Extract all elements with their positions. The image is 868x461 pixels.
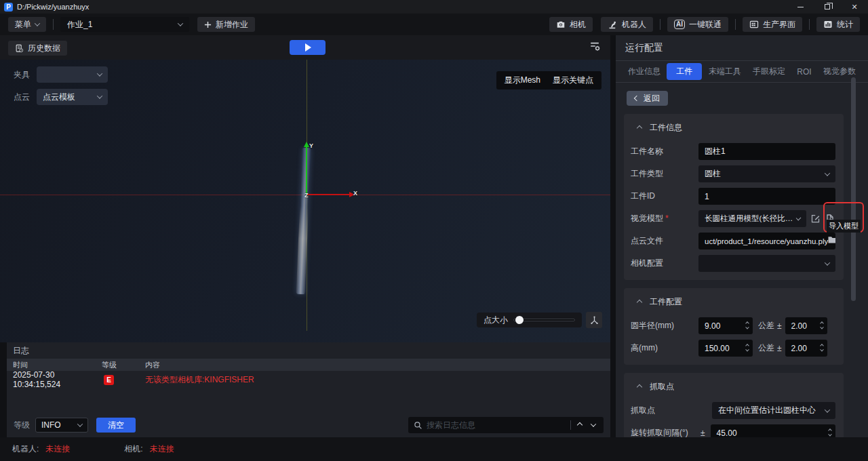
x-axis	[307, 194, 350, 195]
log-header-row: 时间 等级 内容	[7, 359, 610, 371]
workpiece-name-label: 工件名称	[631, 146, 698, 157]
menu-button[interactable]: 菜单	[8, 17, 46, 32]
log-message: 无该类型相机库:KINGFISHER	[145, 374, 610, 386]
tab-job-info[interactable]: 作业信息	[623, 64, 666, 79]
grasp-point-label: 抓取点	[631, 405, 712, 416]
spinner-arrows[interactable]	[746, 322, 749, 329]
edit-pencil-icon	[810, 214, 821, 224]
camera-label: 相机	[570, 19, 586, 31]
window-title: D:/Pickwiz/yuanzhuyx	[17, 3, 89, 11]
workpiece-id-label: 工件ID	[631, 191, 698, 202]
cylinder-pointcloud	[296, 148, 311, 294]
grasp-point-select[interactable]: 在中间位置估计出圆柱中心	[712, 402, 835, 419]
one-click-label: 一键联通	[689, 19, 722, 31]
menu-label: 菜单	[15, 19, 31, 31]
back-button[interactable]: 返回	[627, 91, 668, 106]
restore-button[interactable]	[814, 0, 841, 14]
height-input[interactable]: 150.00	[698, 340, 753, 357]
log-level-select[interactable]: INFO	[35, 418, 88, 433]
history-data-button[interactable]: 历史数据	[8, 41, 67, 56]
collapse-icon	[637, 125, 642, 130]
workpiece-config-header[interactable]: 工件配置	[631, 295, 835, 312]
axis-view-button[interactable]	[586, 312, 602, 328]
spinner-arrows[interactable]	[821, 322, 823, 329]
section-title: 工件配置	[650, 296, 682, 308]
collapse-icon	[637, 384, 642, 389]
log-search-input[interactable]	[427, 420, 566, 430]
chevron-down-icon	[825, 170, 830, 176]
search-next-button[interactable]	[589, 422, 598, 428]
chevron-down-icon	[178, 20, 183, 26]
radius-tolerance-input[interactable]: 2.00	[785, 317, 827, 334]
y-axis	[306, 146, 307, 195]
add-job-button[interactable]: 新增作业	[197, 17, 255, 32]
one-click-connect-button[interactable]: AI 一键联通	[667, 17, 728, 32]
workpiece-type-select[interactable]: 圆柱	[698, 165, 835, 182]
camera-config-select[interactable]	[698, 255, 835, 272]
display-settings-icon[interactable]	[589, 41, 601, 52]
workpiece-id-input[interactable]: 1	[698, 188, 835, 205]
tab-hand-eye-calibration[interactable]: 手眼标定	[747, 64, 791, 79]
stats-label: 统计	[837, 19, 853, 31]
camera-button[interactable]: 相机	[549, 17, 593, 32]
required-asterisk: *	[665, 214, 669, 223]
folder-icon	[827, 234, 835, 245]
show-mesh-button[interactable]: 显示Mesh	[496, 71, 549, 89]
status-bar: 机器人: 未连接 相机: 未连接	[0, 437, 868, 461]
spinner-arrows[interactable]	[829, 429, 831, 437]
height-tolerance-input[interactable]: 2.00	[785, 340, 827, 357]
titlebar: P D:/Pickwiz/yuanzhuyx ✕	[0, 0, 868, 14]
tab-end-tool[interactable]: 末端工具	[703, 64, 747, 79]
vision-model-select[interactable]: 长圆柱通用模型(长径比大于4:1)	[698, 210, 806, 227]
camera-config-label: 相机配置	[631, 258, 698, 269]
close-button[interactable]: ✕	[841, 0, 868, 14]
point-size-label: 点大小	[484, 315, 508, 326]
pointcloud-select[interactable]: 点云模板	[37, 89, 108, 105]
pointcloud-file-input[interactable]: uct/product_1/resource/yuanzhu.ply	[698, 233, 835, 249]
3d-viewport[interactable]: 夹具 点云 点云模板 显示Mesh 显示关键点 Y X Z 点大小	[0, 60, 610, 342]
browse-file-button[interactable]	[827, 234, 835, 245]
play-button[interactable]	[290, 40, 326, 55]
show-keypoints-button[interactable]: 显示关键点	[545, 71, 601, 89]
workpiece-name-input[interactable]: 圆柱1	[698, 143, 835, 160]
grasp-point-header[interactable]: 抓取点	[631, 380, 835, 397]
slider-knob[interactable]	[515, 316, 524, 324]
import-model-tooltip: 导入模型	[827, 220, 861, 233]
production-label: 生产界面	[763, 19, 795, 31]
statistics-button[interactable]: 统计	[816, 17, 860, 32]
toolbar-separator	[735, 19, 736, 30]
fixture-label: 夹具	[14, 69, 30, 81]
point-size-control: 点大小	[477, 313, 582, 327]
fixture-row: 夹具	[14, 66, 108, 83]
toolbar-separator	[53, 19, 54, 30]
pointcloud-value: 点云模板	[43, 92, 75, 103]
tab-roi[interactable]: ROI	[791, 65, 816, 79]
log-row[interactable]: 2025-07-30 10:34:15,524 E 无该类型相机库:KINGFI…	[7, 371, 610, 388]
toolbar-separator	[660, 19, 660, 30]
point-size-slider[interactable]	[513, 319, 575, 321]
minimize-button[interactable]	[787, 0, 814, 14]
edit-model-button[interactable]	[810, 214, 821, 224]
plus-icon	[204, 21, 212, 28]
radius-input[interactable]: 9.00	[698, 317, 753, 334]
search-prev-button[interactable]	[575, 422, 585, 428]
workpiece-info-header[interactable]: 工件信息	[631, 121, 835, 138]
spinner-arrows[interactable]	[746, 344, 749, 352]
fixture-select[interactable]	[37, 66, 108, 83]
clear-log-button[interactable]: 清空	[96, 418, 136, 433]
restore-icon	[825, 4, 830, 9]
panel-scrollbar[interactable]	[851, 77, 856, 301]
production-view-button[interactable]: 生产界面	[743, 17, 802, 32]
main-toolbar: 菜单 作业_1 新增作业 相机 机器人 AI 一键联通	[0, 14, 868, 35]
rotation-interval-input[interactable]: 45.00	[711, 424, 835, 437]
search-icon	[414, 421, 422, 430]
axis-tripod-icon	[589, 315, 599, 325]
spinner-arrows[interactable]	[821, 344, 823, 352]
tab-workpiece[interactable]: 工件	[667, 63, 702, 80]
grasp-point-value: 在中间位置估计出圆柱中心	[718, 405, 816, 416]
job-select[interactable]: 作业_1	[60, 17, 189, 32]
minimize-icon	[797, 7, 804, 7]
pointcloud-file-label: 点云文件	[631, 235, 698, 247]
tolerance-label: 公差	[758, 342, 774, 354]
robot-button[interactable]: 机器人	[601, 17, 653, 32]
